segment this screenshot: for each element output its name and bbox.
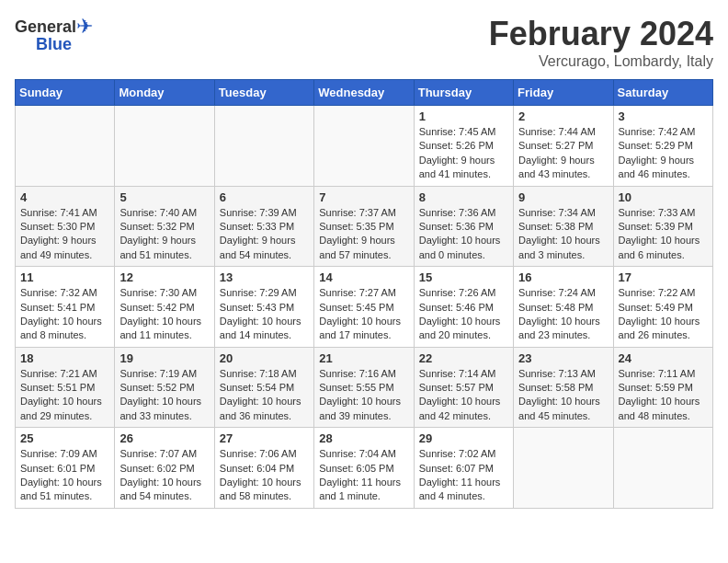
cell-day-number: 19 xyxy=(119,351,209,365)
cell-info: Sunrise: 7:16 AMSunset: 5:55 PMDaylight:… xyxy=(319,367,408,424)
cell-info: Sunrise: 7:11 AMSunset: 5:59 PMDaylight:… xyxy=(619,367,708,424)
calendar-cell xyxy=(214,106,313,187)
calendar-cell: 16Sunrise: 7:24 AMSunset: 5:48 PMDayligh… xyxy=(514,267,613,348)
weekday-header-cell: Saturday xyxy=(613,80,712,106)
calendar-week-row: 18Sunrise: 7:21 AMSunset: 5:51 PMDayligh… xyxy=(16,347,713,428)
calendar-cell: 25Sunrise: 7:09 AMSunset: 6:01 PMDayligh… xyxy=(16,428,115,509)
cell-day-number: 18 xyxy=(20,351,109,365)
cell-info: Sunrise: 7:29 AMSunset: 5:43 PMDaylight:… xyxy=(220,286,309,343)
calendar-cell: 14Sunrise: 7:27 AMSunset: 5:45 PMDayligh… xyxy=(314,267,414,348)
cell-info: Sunrise: 7:04 AMSunset: 6:05 PMDaylight:… xyxy=(319,447,408,504)
cell-info: Sunrise: 7:42 AMSunset: 5:29 PMDaylight:… xyxy=(619,125,708,182)
title-area: February 2024 Vercurago, Lombardy, Italy xyxy=(489,15,713,70)
cell-info: Sunrise: 7:40 AMSunset: 5:32 PMDaylight:… xyxy=(119,206,209,263)
calendar-title: February 2024 xyxy=(489,15,713,53)
calendar-cell: 23Sunrise: 7:13 AMSunset: 5:58 PMDayligh… xyxy=(514,347,613,428)
calendar-cell: 18Sunrise: 7:21 AMSunset: 5:51 PMDayligh… xyxy=(16,347,115,428)
calendar-cell xyxy=(314,106,414,187)
logo-general: General xyxy=(15,17,76,37)
header-area: General ✈ Blue February 2024 Vercurago, … xyxy=(15,15,713,70)
calendar-cell: 29Sunrise: 7:02 AMSunset: 6:07 PMDayligh… xyxy=(414,428,513,509)
calendar-cell xyxy=(16,106,115,187)
calendar-cell: 11Sunrise: 7:32 AMSunset: 5:41 PMDayligh… xyxy=(16,267,115,348)
cell-day-number: 23 xyxy=(518,351,608,365)
calendar-subtitle: Vercurago, Lombardy, Italy xyxy=(489,53,713,70)
calendar-cell: 19Sunrise: 7:19 AMSunset: 5:52 PMDayligh… xyxy=(115,347,214,428)
cell-info: Sunrise: 7:02 AMSunset: 6:07 PMDaylight:… xyxy=(419,447,508,504)
calendar-table: SundayMondayTuesdayWednesdayThursdayFrid… xyxy=(15,79,713,509)
cell-day-number: 28 xyxy=(319,431,408,445)
cell-info: Sunrise: 7:07 AMSunset: 6:02 PMDaylight:… xyxy=(119,447,209,504)
cell-info: Sunrise: 7:33 AMSunset: 5:39 PMDaylight:… xyxy=(619,206,708,263)
cell-info: Sunrise: 7:09 AMSunset: 6:01 PMDaylight:… xyxy=(20,447,109,504)
weekday-header-row: SundayMondayTuesdayWednesdayThursdayFrid… xyxy=(16,80,713,106)
cell-day-number: 5 xyxy=(119,190,209,204)
calendar-cell: 26Sunrise: 7:07 AMSunset: 6:02 PMDayligh… xyxy=(115,428,214,509)
weekday-header-cell: Friday xyxy=(514,80,613,106)
calendar-cell: 1Sunrise: 7:45 AMSunset: 5:26 PMDaylight… xyxy=(414,106,513,187)
calendar-cell xyxy=(514,428,613,509)
calendar-cell: 17Sunrise: 7:22 AMSunset: 5:49 PMDayligh… xyxy=(613,267,712,348)
calendar-cell xyxy=(613,428,712,509)
cell-info: Sunrise: 7:36 AMSunset: 5:36 PMDaylight:… xyxy=(419,206,508,263)
cell-day-number: 4 xyxy=(20,190,109,204)
cell-info: Sunrise: 7:44 AMSunset: 5:27 PMDaylight:… xyxy=(518,125,608,182)
weekday-header-cell: Monday xyxy=(115,80,214,106)
cell-day-number: 12 xyxy=(119,270,209,284)
cell-info: Sunrise: 7:30 AMSunset: 5:42 PMDaylight:… xyxy=(119,286,209,343)
cell-info: Sunrise: 7:32 AMSunset: 5:41 PMDaylight:… xyxy=(20,286,109,343)
weekday-header-cell: Sunday xyxy=(16,80,115,106)
cell-info: Sunrise: 7:18 AMSunset: 5:54 PMDaylight:… xyxy=(220,367,309,424)
cell-day-number: 26 xyxy=(119,431,209,445)
logo: General ✈ Blue xyxy=(15,15,93,54)
cell-day-number: 6 xyxy=(220,190,309,204)
cell-day-number: 16 xyxy=(518,270,608,284)
cell-info: Sunrise: 7:22 AMSunset: 5:49 PMDaylight:… xyxy=(619,286,708,343)
cell-day-number: 11 xyxy=(20,270,109,284)
calendar-cell: 6Sunrise: 7:39 AMSunset: 5:33 PMDaylight… xyxy=(214,186,313,267)
calendar-cell: 24Sunrise: 7:11 AMSunset: 5:59 PMDayligh… xyxy=(613,347,712,428)
cell-info: Sunrise: 7:27 AMSunset: 5:45 PMDaylight:… xyxy=(319,286,408,343)
cell-info: Sunrise: 7:13 AMSunset: 5:58 PMDaylight:… xyxy=(518,367,608,424)
cell-info: Sunrise: 7:45 AMSunset: 5:26 PMDaylight:… xyxy=(419,125,508,182)
cell-info: Sunrise: 7:14 AMSunset: 5:57 PMDaylight:… xyxy=(419,367,508,424)
calendar-body: 1Sunrise: 7:45 AMSunset: 5:26 PMDaylight… xyxy=(16,106,713,509)
cell-info: Sunrise: 7:19 AMSunset: 5:52 PMDaylight:… xyxy=(119,367,209,424)
calendar-cell: 3Sunrise: 7:42 AMSunset: 5:29 PMDaylight… xyxy=(613,106,712,187)
logo-bird-icon: ✈ xyxy=(76,15,93,39)
cell-day-number: 25 xyxy=(20,431,109,445)
weekday-header-cell: Tuesday xyxy=(214,80,313,106)
calendar-cell: 15Sunrise: 7:26 AMSunset: 5:46 PMDayligh… xyxy=(414,267,513,348)
cell-day-number: 2 xyxy=(518,109,608,123)
cell-day-number: 3 xyxy=(619,109,708,123)
cell-day-number: 27 xyxy=(220,431,309,445)
cell-day-number: 10 xyxy=(619,190,708,204)
cell-info: Sunrise: 7:24 AMSunset: 5:48 PMDaylight:… xyxy=(518,286,608,343)
calendar-cell: 20Sunrise: 7:18 AMSunset: 5:54 PMDayligh… xyxy=(214,347,313,428)
calendar-cell: 5Sunrise: 7:40 AMSunset: 5:32 PMDaylight… xyxy=(115,186,214,267)
cell-day-number: 24 xyxy=(619,351,708,365)
logo-blue: Blue xyxy=(36,35,72,54)
cell-info: Sunrise: 7:39 AMSunset: 5:33 PMDaylight:… xyxy=(220,206,309,263)
cell-day-number: 8 xyxy=(419,190,508,204)
cell-info: Sunrise: 7:26 AMSunset: 5:46 PMDaylight:… xyxy=(419,286,508,343)
weekday-header-cell: Thursday xyxy=(414,80,513,106)
calendar-cell: 4Sunrise: 7:41 AMSunset: 5:30 PMDaylight… xyxy=(16,186,115,267)
calendar-cell: 28Sunrise: 7:04 AMSunset: 6:05 PMDayligh… xyxy=(314,428,414,509)
cell-day-number: 1 xyxy=(419,109,508,123)
calendar-week-row: 25Sunrise: 7:09 AMSunset: 6:01 PMDayligh… xyxy=(16,428,713,509)
cell-day-number: 21 xyxy=(319,351,408,365)
cell-day-number: 9 xyxy=(518,190,608,204)
calendar-cell: 8Sunrise: 7:36 AMSunset: 5:36 PMDaylight… xyxy=(414,186,513,267)
calendar-week-row: 11Sunrise: 7:32 AMSunset: 5:41 PMDayligh… xyxy=(16,267,713,348)
cell-day-number: 15 xyxy=(419,270,508,284)
cell-day-number: 7 xyxy=(319,190,408,204)
cell-day-number: 22 xyxy=(419,351,508,365)
cell-day-number: 20 xyxy=(220,351,309,365)
calendar-cell: 10Sunrise: 7:33 AMSunset: 5:39 PMDayligh… xyxy=(613,186,712,267)
calendar-week-row: 1Sunrise: 7:45 AMSunset: 5:26 PMDaylight… xyxy=(16,106,713,187)
calendar-cell: 27Sunrise: 7:06 AMSunset: 6:04 PMDayligh… xyxy=(214,428,313,509)
cell-info: Sunrise: 7:34 AMSunset: 5:38 PMDaylight:… xyxy=(518,206,608,263)
calendar-cell: 2Sunrise: 7:44 AMSunset: 5:27 PMDaylight… xyxy=(514,106,613,187)
calendar-cell: 13Sunrise: 7:29 AMSunset: 5:43 PMDayligh… xyxy=(214,267,313,348)
